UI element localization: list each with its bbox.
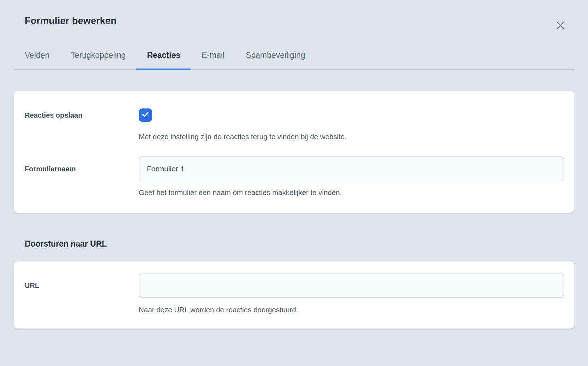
- form-edit-modal: Formulier bewerken Velden Terugkoppeling…: [0, 0, 588, 366]
- modal-header: Formulier bewerken: [0, 0, 588, 26]
- reacties-opslaan-row: Reacties opslaan: [25, 108, 564, 122]
- formuliernaam-label: Formuliernaam: [25, 165, 139, 173]
- formuliernaam-row: Formuliernaam: [25, 157, 564, 181]
- close-icon: [556, 21, 565, 30]
- tab-spambeveiliging[interactable]: Spambeveiliging: [235, 46, 316, 70]
- url-help: Naar deze URL worden de reacties doorges…: [139, 306, 564, 314]
- formuliernaam-help: Geef het formulier een naam om reacties …: [139, 188, 564, 197]
- doorsturen-heading: Doorsturen naar URL: [25, 239, 574, 249]
- reacties-opslaan-label: Reacties opslaan: [25, 108, 139, 122]
- tab-bar: Velden Terugkoppeling Reacties E-mail Sp…: [14, 46, 574, 70]
- checkmark-icon: [141, 110, 150, 120]
- url-input[interactable]: [139, 273, 564, 298]
- tab-velden[interactable]: Velden: [14, 46, 60, 70]
- doorsturen-card: URL Naar deze URL worden de reacties doo…: [14, 261, 574, 329]
- url-label: URL: [25, 282, 139, 290]
- modal-content: Reacties opslaan Met deze instelling zij…: [14, 91, 574, 329]
- reacties-opslaan-help: Met deze instelling zijn de reacties ter…: [139, 132, 564, 141]
- close-button[interactable]: [553, 18, 568, 33]
- tab-reacties[interactable]: Reacties: [136, 46, 191, 70]
- tab-email[interactable]: E-mail: [191, 46, 235, 70]
- reacties-opslaan-checkbox[interactable]: [139, 108, 152, 122]
- reacties-settings-card: Reacties opslaan Met deze instelling zij…: [14, 91, 574, 213]
- formuliernaam-input[interactable]: [139, 157, 564, 181]
- tab-terugkoppeling[interactable]: Terugkoppeling: [60, 46, 136, 70]
- url-row: URL: [25, 273, 564, 298]
- page-title: Formulier bewerken: [25, 16, 563, 26]
